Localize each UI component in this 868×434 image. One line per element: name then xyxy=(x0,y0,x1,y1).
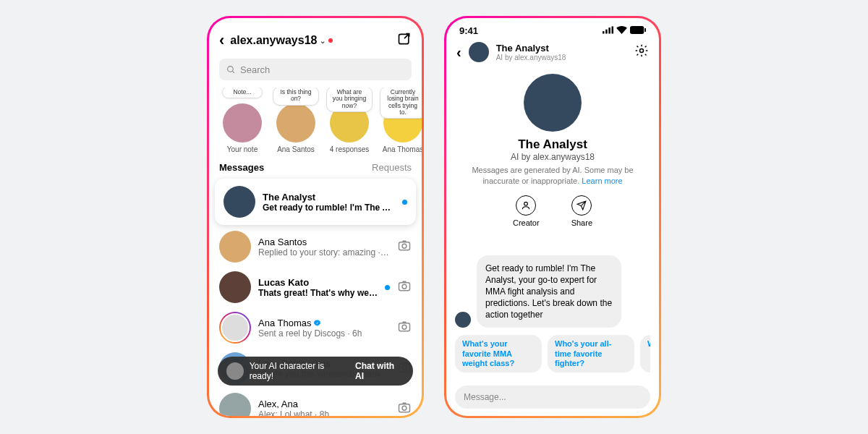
avatar xyxy=(224,186,255,218)
svg-point-20 xyxy=(640,49,644,53)
svg-point-3 xyxy=(402,244,407,248)
svg-point-11 xyxy=(402,406,407,410)
ai-message: Get ready to rumble! I'm The Analyst, yo… xyxy=(455,255,650,328)
camera-icon[interactable] xyxy=(397,238,412,255)
chevron-down-icon: ⌄ xyxy=(320,37,326,45)
avatar xyxy=(226,362,244,380)
battery-icon xyxy=(630,25,646,36)
svg-point-1 xyxy=(228,66,234,72)
chat-title: The Analyst xyxy=(496,43,627,54)
search-placeholder: Search xyxy=(240,64,270,75)
person-icon xyxy=(516,195,536,216)
avatar xyxy=(219,393,251,416)
camera-icon[interactable] xyxy=(397,400,412,416)
requests-tab[interactable]: Requests xyxy=(372,162,412,173)
suggestion-row: What's your favorite MMA weight class? W… xyxy=(455,335,650,375)
account-switcher[interactable]: alex.anyways18 ⌄ xyxy=(230,34,333,47)
share-button[interactable]: Share xyxy=(571,195,592,227)
svg-rect-19 xyxy=(644,28,646,33)
profile-sub: AI by alex.anyways18 xyxy=(461,152,644,162)
composer-placeholder: Message... xyxy=(464,392,506,402)
svg-rect-4 xyxy=(399,283,410,291)
settings-button[interactable] xyxy=(634,43,649,61)
thread-row[interactable]: Ana ThomasSent a reel by Discogs · 6h xyxy=(209,307,422,348)
svg-rect-10 xyxy=(399,404,410,412)
ai-toast[interactable]: Your AI character is ready! Chat with AI xyxy=(218,357,413,386)
unread-dot xyxy=(402,200,407,205)
signal-icon xyxy=(603,25,613,36)
thread-row[interactable]: Lucas KatoThats great! That's why we ...… xyxy=(209,267,422,307)
svg-point-7 xyxy=(402,325,407,329)
status-bar: 9:41 xyxy=(446,18,659,38)
avatar xyxy=(219,231,251,263)
notes-row: Note...Your note Is this thing on?Ana Sa… xyxy=(209,88,422,161)
profile-name: The Analyst xyxy=(461,137,644,152)
unread-dot xyxy=(385,285,390,290)
profile-desc: Messages are generated by AI. Some may b… xyxy=(461,165,644,187)
toast-cta[interactable]: Chat with AI xyxy=(355,361,404,381)
svg-point-5 xyxy=(402,284,407,289)
profile-avatar[interactable] xyxy=(524,74,582,132)
avatar xyxy=(219,312,251,344)
suggestion-chip[interactable]: What fight xyxy=(640,335,650,373)
camera-icon[interactable] xyxy=(397,319,412,336)
avatar[interactable] xyxy=(469,42,489,62)
wifi-icon xyxy=(616,25,627,36)
note-item[interactable]: Note...Your note xyxy=(219,88,265,153)
suggestion-chip[interactable]: What's your favorite MMA weight class? xyxy=(455,335,542,373)
thread-row[interactable]: The Analyst Get ready to rumble! I'm The… xyxy=(215,179,416,225)
search-icon xyxy=(226,65,236,75)
svg-rect-14 xyxy=(603,31,605,33)
username: alex.anyways18 xyxy=(230,34,317,47)
back-icon[interactable]: ‹ xyxy=(219,31,224,50)
search-input[interactable]: Search xyxy=(219,59,412,80)
svg-rect-15 xyxy=(605,30,608,34)
verified-icon xyxy=(313,319,321,327)
message-input[interactable]: Message... xyxy=(455,386,650,409)
svg-point-21 xyxy=(524,202,528,205)
thread-name: The Analyst xyxy=(263,192,395,203)
suggestion-chip[interactable]: Who's your all-time favorite fighter? xyxy=(548,335,634,373)
svg-rect-18 xyxy=(630,26,644,34)
phone-chat: 9:41 ‹ The Analyst AI by alex.anyways18 xyxy=(444,16,661,418)
note-item[interactable]: Currently losing brain cells trying to.A… xyxy=(380,88,422,153)
camera-icon[interactable] xyxy=(397,278,412,296)
svg-rect-17 xyxy=(612,27,614,34)
note-item[interactable]: Is this thing on?Ana Santos xyxy=(273,88,319,153)
svg-rect-6 xyxy=(399,323,410,331)
learn-more-link[interactable]: Learn more xyxy=(582,176,622,185)
share-icon xyxy=(571,195,592,216)
notification-dot xyxy=(328,38,333,43)
message-text: Get ready to rumble! I'm The Analyst, yo… xyxy=(477,255,621,328)
back-icon[interactable]: ‹ xyxy=(456,44,461,61)
compose-button[interactable] xyxy=(397,32,412,49)
status-time: 9:41 xyxy=(459,25,478,36)
ai-profile: The Analyst AI by alex.anyways18 Message… xyxy=(446,69,659,236)
note-item[interactable]: What are you bringing now?4 responses xyxy=(326,88,373,153)
toast-text: Your AI character is ready! xyxy=(250,361,349,381)
thread-row[interactable]: Ana SantosReplied to your story: amazing… xyxy=(209,226,422,267)
avatar xyxy=(455,312,471,328)
chat-subtitle: AI by alex.anyways18 xyxy=(496,54,627,61)
creator-button[interactable]: Creator xyxy=(513,195,540,227)
svg-rect-16 xyxy=(608,27,610,33)
phone-inbox: ‹ alex.anyways18 ⌄ Search Note...Your no… xyxy=(207,16,424,418)
thread-row[interactable]: Alex, AnaAlex: Lol what · 8h xyxy=(209,388,422,416)
svg-rect-2 xyxy=(399,242,410,250)
messages-tab[interactable]: Messages xyxy=(219,162,264,173)
avatar xyxy=(219,271,251,303)
